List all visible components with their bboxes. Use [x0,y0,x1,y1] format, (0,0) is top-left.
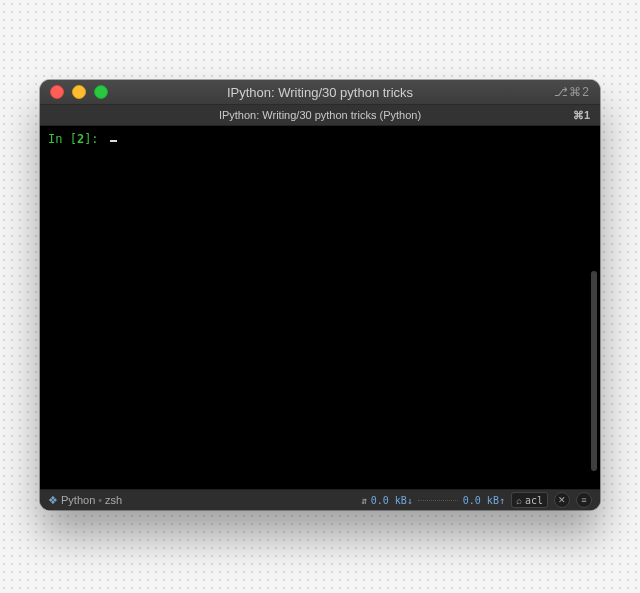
minimize-icon[interactable] [72,85,86,99]
network-icon: ⇵ [362,495,368,506]
window-title: IPython: Writing/30 python tricks [40,85,600,100]
traffic-lights [50,85,108,99]
shell-label[interactable]: zsh [105,494,122,506]
tab-shortcut: ⌘1 [573,109,590,122]
search-icon: ⌕ [516,495,522,506]
ipython-prompt-prefix: In [ [48,132,77,146]
terminal-viewport[interactable]: In [2]: [40,126,600,489]
titlebar-shortcut: ⎇⌘2 [554,85,590,99]
close-icon[interactable] [50,85,64,99]
titlebar[interactable]: IPython: Writing/30 python tricks ⎇⌘2 [40,80,600,105]
scrollbar[interactable] [591,271,597,471]
activity-graph [418,499,458,501]
text-cursor [110,140,117,142]
separator: • [98,494,102,506]
tabbar[interactable]: IPython: Writing/30 python tricks (Pytho… [40,105,600,126]
language-label[interactable]: Python [61,494,95,506]
terminal-window: IPython: Writing/30 python tricks ⎇⌘2 IP… [40,80,600,510]
zoom-icon[interactable] [94,85,108,99]
network-up: 0.0 kB↑ [463,495,505,506]
network-down: 0.0 kB↓ [371,495,413,506]
close-x-icon: ✕ [558,495,566,505]
page-background: IPython: Writing/30 python tricks ⎇⌘2 IP… [0,0,640,593]
language-icon: ❖ [48,494,58,507]
menu-icon: ≡ [581,495,586,505]
search-input[interactable]: ⌕ acl [511,492,548,508]
ipython-prompt-suffix: ]: [84,132,98,146]
menu-button[interactable]: ≡ [576,492,592,508]
tab-title[interactable]: IPython: Writing/30 python tricks (Pytho… [40,109,600,121]
search-value: acl [525,495,543,506]
statusbar: ❖ Python • zsh ⇵ 0.0 kB↓ 0.0 kB↑ ⌕ acl ✕… [40,489,600,510]
clear-button[interactable]: ✕ [554,492,570,508]
